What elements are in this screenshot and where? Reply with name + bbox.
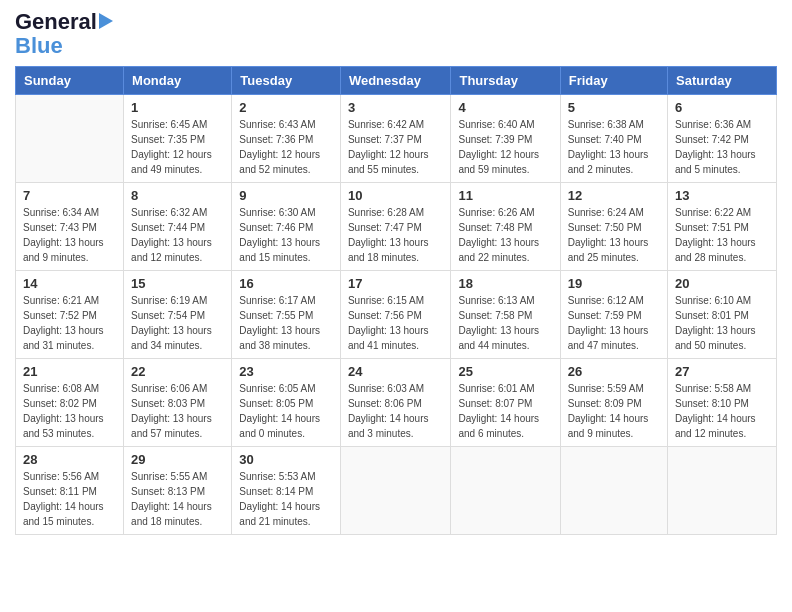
day-number: 8: [131, 188, 224, 203]
day-info: Sunrise: 6:21 AM Sunset: 7:52 PM Dayligh…: [23, 293, 116, 353]
weekday-header-wednesday: Wednesday: [340, 67, 451, 95]
calendar-cell: 8Sunrise: 6:32 AM Sunset: 7:44 PM Daylig…: [124, 183, 232, 271]
day-info: Sunrise: 5:56 AM Sunset: 8:11 PM Dayligh…: [23, 469, 116, 529]
calendar-cell: 26Sunrise: 5:59 AM Sunset: 8:09 PM Dayli…: [560, 359, 667, 447]
calendar-cell: 1Sunrise: 6:45 AM Sunset: 7:35 PM Daylig…: [124, 95, 232, 183]
calendar-cell: 17Sunrise: 6:15 AM Sunset: 7:56 PM Dayli…: [340, 271, 451, 359]
calendar-week-4: 21Sunrise: 6:08 AM Sunset: 8:02 PM Dayli…: [16, 359, 777, 447]
day-info: Sunrise: 6:13 AM Sunset: 7:58 PM Dayligh…: [458, 293, 552, 353]
weekday-header-thursday: Thursday: [451, 67, 560, 95]
calendar-cell: 6Sunrise: 6:36 AM Sunset: 7:42 PM Daylig…: [668, 95, 777, 183]
logo-arrow-icon: [99, 13, 113, 29]
day-info: Sunrise: 6:36 AM Sunset: 7:42 PM Dayligh…: [675, 117, 769, 177]
header: General Blue: [15, 10, 777, 58]
calendar-cell: 27Sunrise: 5:58 AM Sunset: 8:10 PM Dayli…: [668, 359, 777, 447]
day-info: Sunrise: 6:03 AM Sunset: 8:06 PM Dayligh…: [348, 381, 444, 441]
day-number: 30: [239, 452, 333, 467]
day-number: 18: [458, 276, 552, 291]
day-info: Sunrise: 6:01 AM Sunset: 8:07 PM Dayligh…: [458, 381, 552, 441]
day-info: Sunrise: 6:15 AM Sunset: 7:56 PM Dayligh…: [348, 293, 444, 353]
day-info: Sunrise: 5:59 AM Sunset: 8:09 PM Dayligh…: [568, 381, 660, 441]
calendar-cell: [560, 447, 667, 535]
day-number: 27: [675, 364, 769, 379]
calendar-cell: 18Sunrise: 6:13 AM Sunset: 7:58 PM Dayli…: [451, 271, 560, 359]
calendar-cell: [16, 95, 124, 183]
day-info: Sunrise: 6:45 AM Sunset: 7:35 PM Dayligh…: [131, 117, 224, 177]
calendar-table: SundayMondayTuesdayWednesdayThursdayFrid…: [15, 66, 777, 535]
calendar-cell: 14Sunrise: 6:21 AM Sunset: 7:52 PM Dayli…: [16, 271, 124, 359]
day-number: 28: [23, 452, 116, 467]
day-info: Sunrise: 6:24 AM Sunset: 7:50 PM Dayligh…: [568, 205, 660, 265]
day-info: Sunrise: 5:53 AM Sunset: 8:14 PM Dayligh…: [239, 469, 333, 529]
page-container: General Blue SundayMondayTuesdayWednesda…: [0, 0, 792, 545]
day-info: Sunrise: 5:55 AM Sunset: 8:13 PM Dayligh…: [131, 469, 224, 529]
weekday-header-friday: Friday: [560, 67, 667, 95]
day-info: Sunrise: 6:38 AM Sunset: 7:40 PM Dayligh…: [568, 117, 660, 177]
day-info: Sunrise: 5:58 AM Sunset: 8:10 PM Dayligh…: [675, 381, 769, 441]
calendar-cell: 22Sunrise: 6:06 AM Sunset: 8:03 PM Dayli…: [124, 359, 232, 447]
day-number: 6: [675, 100, 769, 115]
day-info: Sunrise: 6:12 AM Sunset: 7:59 PM Dayligh…: [568, 293, 660, 353]
logo-text-blue: Blue: [15, 34, 63, 58]
calendar-cell: 7Sunrise: 6:34 AM Sunset: 7:43 PM Daylig…: [16, 183, 124, 271]
day-number: 12: [568, 188, 660, 203]
logo: General Blue: [15, 10, 113, 58]
day-info: Sunrise: 6:22 AM Sunset: 7:51 PM Dayligh…: [675, 205, 769, 265]
calendar-cell: 9Sunrise: 6:30 AM Sunset: 7:46 PM Daylig…: [232, 183, 341, 271]
calendar-cell: 30Sunrise: 5:53 AM Sunset: 8:14 PM Dayli…: [232, 447, 341, 535]
day-number: 20: [675, 276, 769, 291]
day-number: 5: [568, 100, 660, 115]
day-info: Sunrise: 6:32 AM Sunset: 7:44 PM Dayligh…: [131, 205, 224, 265]
day-number: 29: [131, 452, 224, 467]
day-number: 15: [131, 276, 224, 291]
weekday-header-sunday: Sunday: [16, 67, 124, 95]
day-number: 22: [131, 364, 224, 379]
day-number: 21: [23, 364, 116, 379]
day-number: 16: [239, 276, 333, 291]
calendar-cell: 16Sunrise: 6:17 AM Sunset: 7:55 PM Dayli…: [232, 271, 341, 359]
day-number: 26: [568, 364, 660, 379]
calendar-week-2: 7Sunrise: 6:34 AM Sunset: 7:43 PM Daylig…: [16, 183, 777, 271]
calendar-cell: 12Sunrise: 6:24 AM Sunset: 7:50 PM Dayli…: [560, 183, 667, 271]
day-number: 2: [239, 100, 333, 115]
calendar-cell: 13Sunrise: 6:22 AM Sunset: 7:51 PM Dayli…: [668, 183, 777, 271]
calendar-cell: 24Sunrise: 6:03 AM Sunset: 8:06 PM Dayli…: [340, 359, 451, 447]
day-number: 13: [675, 188, 769, 203]
calendar-cell: 5Sunrise: 6:38 AM Sunset: 7:40 PM Daylig…: [560, 95, 667, 183]
calendar-header-row: SundayMondayTuesdayWednesdayThursdayFrid…: [16, 67, 777, 95]
day-info: Sunrise: 6:34 AM Sunset: 7:43 PM Dayligh…: [23, 205, 116, 265]
calendar-cell: 2Sunrise: 6:43 AM Sunset: 7:36 PM Daylig…: [232, 95, 341, 183]
day-number: 14: [23, 276, 116, 291]
calendar-cell: 4Sunrise: 6:40 AM Sunset: 7:39 PM Daylig…: [451, 95, 560, 183]
calendar-cell: 15Sunrise: 6:19 AM Sunset: 7:54 PM Dayli…: [124, 271, 232, 359]
day-info: Sunrise: 6:10 AM Sunset: 8:01 PM Dayligh…: [675, 293, 769, 353]
calendar-cell: 20Sunrise: 6:10 AM Sunset: 8:01 PM Dayli…: [668, 271, 777, 359]
day-number: 7: [23, 188, 116, 203]
calendar-week-5: 28Sunrise: 5:56 AM Sunset: 8:11 PM Dayli…: [16, 447, 777, 535]
calendar-cell: 10Sunrise: 6:28 AM Sunset: 7:47 PM Dayli…: [340, 183, 451, 271]
day-number: 25: [458, 364, 552, 379]
weekday-header-saturday: Saturday: [668, 67, 777, 95]
day-number: 19: [568, 276, 660, 291]
day-number: 10: [348, 188, 444, 203]
day-number: 9: [239, 188, 333, 203]
day-info: Sunrise: 6:40 AM Sunset: 7:39 PM Dayligh…: [458, 117, 552, 177]
calendar-week-1: 1Sunrise: 6:45 AM Sunset: 7:35 PM Daylig…: [16, 95, 777, 183]
calendar-cell: 11Sunrise: 6:26 AM Sunset: 7:48 PM Dayli…: [451, 183, 560, 271]
day-number: 3: [348, 100, 444, 115]
day-info: Sunrise: 6:05 AM Sunset: 8:05 PM Dayligh…: [239, 381, 333, 441]
day-info: Sunrise: 6:19 AM Sunset: 7:54 PM Dayligh…: [131, 293, 224, 353]
day-number: 4: [458, 100, 552, 115]
weekday-header-monday: Monday: [124, 67, 232, 95]
calendar-cell: 19Sunrise: 6:12 AM Sunset: 7:59 PM Dayli…: [560, 271, 667, 359]
logo-text-general: General: [15, 10, 97, 34]
day-info: Sunrise: 6:42 AM Sunset: 7:37 PM Dayligh…: [348, 117, 444, 177]
day-number: 11: [458, 188, 552, 203]
calendar-week-3: 14Sunrise: 6:21 AM Sunset: 7:52 PM Dayli…: [16, 271, 777, 359]
day-info: Sunrise: 6:28 AM Sunset: 7:47 PM Dayligh…: [348, 205, 444, 265]
day-info: Sunrise: 6:06 AM Sunset: 8:03 PM Dayligh…: [131, 381, 224, 441]
day-info: Sunrise: 6:08 AM Sunset: 8:02 PM Dayligh…: [23, 381, 116, 441]
calendar-cell: [340, 447, 451, 535]
calendar-cell: 29Sunrise: 5:55 AM Sunset: 8:13 PM Dayli…: [124, 447, 232, 535]
day-number: 17: [348, 276, 444, 291]
